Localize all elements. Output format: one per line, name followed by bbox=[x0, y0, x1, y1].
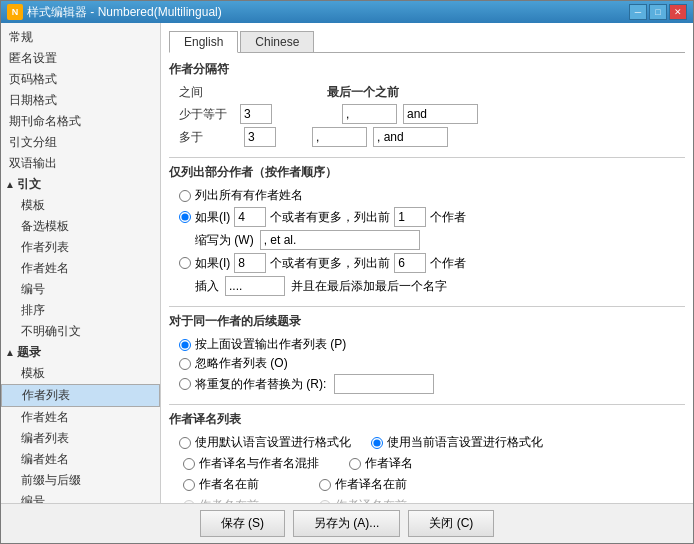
content-area: English Chinese 作者分隔符 之间 最后一个之前 少于等于 bbox=[161, 23, 693, 503]
mixed-radio[interactable] bbox=[183, 458, 195, 470]
save-as-button[interactable]: 另存为 (A)... bbox=[293, 510, 400, 537]
current-lang-row: 使用当前语言设置进行格式化 bbox=[371, 434, 543, 451]
title-buttons: ─ □ ✕ bbox=[629, 4, 687, 20]
sidebar-item-cite-group[interactable]: 引文分组 bbox=[1, 132, 160, 153]
sidebar-item-bib-editor-name[interactable]: 编者姓名 bbox=[1, 449, 160, 470]
replace-radio[interactable] bbox=[179, 378, 191, 390]
sidebar-item-bib-editor-list[interactable]: 编者列表 bbox=[1, 428, 160, 449]
sidebar-item-anon[interactable]: 匿名设置 bbox=[1, 48, 160, 69]
if-option2-mid: 个或者有更多，列出前 bbox=[270, 255, 390, 272]
tab-english[interactable]: English bbox=[169, 31, 238, 53]
main-window: N 样式编辑器 - Numbered(Multilingual) ─ □ ✕ 常… bbox=[0, 0, 694, 544]
if-option2-label: 如果(I) bbox=[195, 255, 230, 272]
if-option1-num1[interactable] bbox=[234, 207, 266, 227]
between-label: 之间 bbox=[179, 84, 259, 101]
sep-row1-between-input[interactable] bbox=[342, 104, 397, 124]
author-separator-title: 作者分隔符 bbox=[169, 61, 685, 78]
save-button[interactable]: 保存 (S) bbox=[200, 510, 285, 537]
maximize-button[interactable]: □ bbox=[649, 4, 667, 20]
omit-radio[interactable] bbox=[179, 358, 191, 370]
before-last-label: 最后一个之前 bbox=[327, 84, 399, 101]
minimize-button[interactable]: ─ bbox=[629, 4, 647, 20]
sidebar-item-author-name[interactable]: 作者姓名 bbox=[1, 258, 160, 279]
insert-suffix: 并且在最后添加最后一个名字 bbox=[291, 278, 447, 295]
if-option2-row: 如果(I) 个或者有更多，列出前 个作者 bbox=[179, 253, 685, 273]
current-lang-label: 使用当前语言设置进行格式化 bbox=[387, 434, 543, 451]
follow-radio[interactable] bbox=[179, 339, 191, 351]
sidebar-item-bib-author-name[interactable]: 作者姓名 bbox=[1, 407, 160, 428]
if-option1-mid: 个或者有更多，列出前 bbox=[270, 209, 390, 226]
sep-row2-between-input[interactable] bbox=[312, 127, 367, 147]
abbreviate-input[interactable] bbox=[260, 230, 420, 250]
sep-row1-label: 少于等于 bbox=[179, 106, 234, 123]
author-separator-section: 作者分隔符 之间 最后一个之前 少于等于 多于 bbox=[169, 61, 685, 147]
replace-input[interactable] bbox=[334, 374, 434, 394]
tab-bar: English Chinese bbox=[169, 31, 685, 53]
close-window-button[interactable]: ✕ bbox=[669, 4, 687, 20]
tab-chinese[interactable]: Chinese bbox=[240, 31, 314, 52]
sidebar-item-anon-cite[interactable]: 不明确引文 bbox=[1, 321, 160, 342]
current-lang-radio[interactable] bbox=[371, 437, 383, 449]
if-option2-num2[interactable] bbox=[394, 253, 426, 273]
sidebar-item-page-format[interactable]: 页码格式 bbox=[1, 69, 160, 90]
subsequent-entries-section: 对于同一作者的后续题录 按上面设置输出作者列表 (P) 忽略作者列表 (O) 将… bbox=[169, 313, 685, 394]
translit-order-options: 作者名在前 作者译名在前 bbox=[183, 476, 685, 493]
divider3 bbox=[169, 404, 685, 405]
sidebar-item-bib-numbering[interactable]: 编号 bbox=[1, 491, 160, 503]
bib-arrow-icon: ▲ bbox=[5, 347, 15, 358]
translit-before-row: 作者译名在前 bbox=[319, 476, 407, 493]
divider1 bbox=[169, 157, 685, 158]
omit-radio-row: 忽略作者列表 (O) bbox=[179, 355, 685, 372]
list-all-radio-row: 列出所有有作者姓名 bbox=[179, 187, 685, 204]
abbreviate-row: 缩写为 (W) bbox=[195, 230, 685, 250]
before-native-row: 作者名在前 bbox=[183, 476, 259, 493]
translit-before-label: 作者译名在前 bbox=[335, 476, 407, 493]
sidebar-section-bib-label: 题录 bbox=[17, 344, 41, 361]
sep-row2-before-last-input[interactable] bbox=[373, 127, 448, 147]
omit-label: 忽略作者列表 (O) bbox=[195, 355, 288, 372]
default-lang-radio[interactable] bbox=[179, 437, 191, 449]
sep-row1-num[interactable] bbox=[240, 104, 272, 124]
replace-radio-row: 将重复的作者替换为 (R): bbox=[179, 374, 685, 394]
mixed-label: 作者译名与作者名混排 bbox=[199, 455, 319, 472]
before-native-label: 作者名在前 bbox=[199, 476, 259, 493]
if-option1-num2[interactable] bbox=[394, 207, 426, 227]
sep-row2-num[interactable] bbox=[244, 127, 276, 147]
before-native-radio[interactable] bbox=[183, 479, 195, 491]
sidebar-section-citations[interactable]: ▲ 引文 bbox=[1, 174, 160, 195]
insert-input[interactable] bbox=[225, 276, 285, 296]
app-icon: N bbox=[7, 4, 23, 20]
sidebar-item-sort[interactable]: 排序 bbox=[1, 300, 160, 321]
sidebar-item-general[interactable]: 常规 bbox=[1, 27, 160, 48]
default-lang-row: 使用默认语言设置进行格式化 bbox=[179, 434, 351, 451]
if-option2-radio[interactable] bbox=[179, 257, 191, 269]
list-all-radio[interactable] bbox=[179, 190, 191, 202]
if-option2-num1[interactable] bbox=[234, 253, 266, 273]
sidebar-item-template[interactable]: 模板 bbox=[1, 195, 160, 216]
translit-name-radio[interactable] bbox=[349, 458, 361, 470]
sidebar-item-journal-format[interactable]: 期刊命名格式 bbox=[1, 111, 160, 132]
sidebar-item-author-list[interactable]: 作者列表 bbox=[1, 237, 160, 258]
translit-sub-options: 作者译名与作者名混排 作者译名 bbox=[183, 455, 685, 472]
sidebar-item-bib-template[interactable]: 模板 bbox=[1, 363, 160, 384]
sep-row1-before-last-input[interactable] bbox=[403, 104, 478, 124]
follow-label: 按上面设置输出作者列表 (P) bbox=[195, 336, 346, 353]
mixed-row: 作者译名与作者名混排 bbox=[183, 455, 319, 472]
translit-options-row: 使用默认语言设置进行格式化 使用当前语言设置进行格式化 bbox=[179, 434, 685, 451]
translit-name-label: 作者译名 bbox=[365, 455, 413, 472]
sidebar-item-date-format[interactable]: 日期格式 bbox=[1, 90, 160, 111]
if-option1-radio[interactable] bbox=[179, 211, 191, 223]
if-option2-suffix: 个作者 bbox=[430, 255, 466, 272]
sidebar-item-bilingual[interactable]: 双语输出 bbox=[1, 153, 160, 174]
transliteration-section: 作者译名列表 使用默认语言设置进行格式化 使用当前语言设置进行格式化 bbox=[169, 411, 685, 503]
sidebar-item-numbering[interactable]: 编号 bbox=[1, 279, 160, 300]
sidebar-section-bibliography[interactable]: ▲ 题录 bbox=[1, 342, 160, 363]
sidebar-item-alt-template[interactable]: 备选模板 bbox=[1, 216, 160, 237]
main-content: 常规 匿名设置 页码格式 日期格式 期刊命名格式 引文分组 双语输出 ▲ 引文 … bbox=[1, 23, 693, 503]
sidebar-item-bib-author-list[interactable]: 作者列表 bbox=[1, 384, 160, 407]
sidebar-item-prefix-suffix[interactable]: 前缀与后缀 bbox=[1, 470, 160, 491]
sidebar-section-citations-label: 引文 bbox=[17, 176, 41, 193]
default-lang-label: 使用默认语言设置进行格式化 bbox=[195, 434, 351, 451]
close-button[interactable]: 关闭 (C) bbox=[408, 510, 494, 537]
translit-before-radio[interactable] bbox=[319, 479, 331, 491]
